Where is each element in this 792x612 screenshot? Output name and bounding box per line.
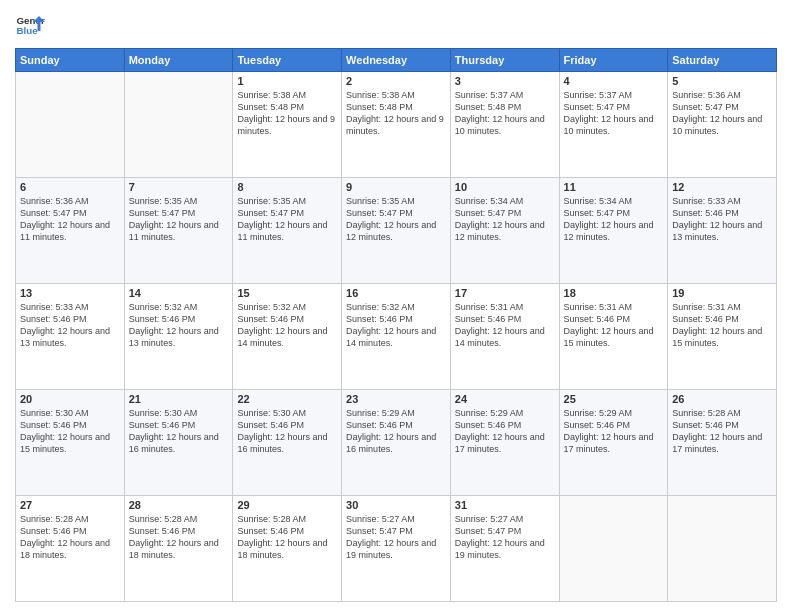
- day-number: 16: [346, 287, 446, 299]
- day-info: Sunrise: 5:28 AM Sunset: 5:46 PM Dayligh…: [129, 513, 229, 562]
- day-number: 4: [564, 75, 664, 87]
- day-info: Sunrise: 5:30 AM Sunset: 5:46 PM Dayligh…: [129, 407, 229, 456]
- day-number: 2: [346, 75, 446, 87]
- calendar-cell: 22Sunrise: 5:30 AM Sunset: 5:46 PM Dayli…: [233, 390, 342, 496]
- calendar-cell: 5Sunrise: 5:36 AM Sunset: 5:47 PM Daylig…: [668, 72, 777, 178]
- day-number: 27: [20, 499, 120, 511]
- day-number: 28: [129, 499, 229, 511]
- calendar-week-2: 13Sunrise: 5:33 AM Sunset: 5:46 PM Dayli…: [16, 284, 777, 390]
- calendar-body: 1Sunrise: 5:38 AM Sunset: 5:48 PM Daylig…: [16, 72, 777, 602]
- day-number: 1: [237, 75, 337, 87]
- day-info: Sunrise: 5:30 AM Sunset: 5:46 PM Dayligh…: [20, 407, 120, 456]
- calendar-cell: 12Sunrise: 5:33 AM Sunset: 5:46 PM Dayli…: [668, 178, 777, 284]
- calendar-week-1: 6Sunrise: 5:36 AM Sunset: 5:47 PM Daylig…: [16, 178, 777, 284]
- day-number: 10: [455, 181, 555, 193]
- day-info: Sunrise: 5:32 AM Sunset: 5:46 PM Dayligh…: [346, 301, 446, 350]
- day-info: Sunrise: 5:35 AM Sunset: 5:47 PM Dayligh…: [129, 195, 229, 244]
- day-info: Sunrise: 5:33 AM Sunset: 5:46 PM Dayligh…: [672, 195, 772, 244]
- day-info: Sunrise: 5:38 AM Sunset: 5:48 PM Dayligh…: [346, 89, 446, 138]
- calendar-week-0: 1Sunrise: 5:38 AM Sunset: 5:48 PM Daylig…: [16, 72, 777, 178]
- calendar-cell: [124, 72, 233, 178]
- day-info: Sunrise: 5:38 AM Sunset: 5:48 PM Dayligh…: [237, 89, 337, 138]
- day-number: 5: [672, 75, 772, 87]
- header: General Blue: [15, 10, 777, 40]
- calendar-cell: 4Sunrise: 5:37 AM Sunset: 5:47 PM Daylig…: [559, 72, 668, 178]
- day-info: Sunrise: 5:28 AM Sunset: 5:46 PM Dayligh…: [672, 407, 772, 456]
- day-number: 31: [455, 499, 555, 511]
- calendar-header-row: SundayMondayTuesdayWednesdayThursdayFrid…: [16, 49, 777, 72]
- calendar-cell: 31Sunrise: 5:27 AM Sunset: 5:47 PM Dayli…: [450, 496, 559, 602]
- day-info: Sunrise: 5:28 AM Sunset: 5:46 PM Dayligh…: [237, 513, 337, 562]
- day-number: 6: [20, 181, 120, 193]
- day-info: Sunrise: 5:36 AM Sunset: 5:47 PM Dayligh…: [20, 195, 120, 244]
- calendar-cell: 13Sunrise: 5:33 AM Sunset: 5:46 PM Dayli…: [16, 284, 125, 390]
- svg-text:Blue: Blue: [17, 25, 39, 36]
- day-info: Sunrise: 5:34 AM Sunset: 5:47 PM Dayligh…: [564, 195, 664, 244]
- calendar-cell: 14Sunrise: 5:32 AM Sunset: 5:46 PM Dayli…: [124, 284, 233, 390]
- calendar-cell: 15Sunrise: 5:32 AM Sunset: 5:46 PM Dayli…: [233, 284, 342, 390]
- calendar-cell: 18Sunrise: 5:31 AM Sunset: 5:46 PM Dayli…: [559, 284, 668, 390]
- calendar-cell: 11Sunrise: 5:34 AM Sunset: 5:47 PM Dayli…: [559, 178, 668, 284]
- day-number: 8: [237, 181, 337, 193]
- day-number: 3: [455, 75, 555, 87]
- day-info: Sunrise: 5:29 AM Sunset: 5:46 PM Dayligh…: [346, 407, 446, 456]
- calendar-cell: [559, 496, 668, 602]
- day-header-wednesday: Wednesday: [342, 49, 451, 72]
- calendar-cell: 10Sunrise: 5:34 AM Sunset: 5:47 PM Dayli…: [450, 178, 559, 284]
- day-number: 30: [346, 499, 446, 511]
- calendar-cell: [16, 72, 125, 178]
- day-info: Sunrise: 5:29 AM Sunset: 5:46 PM Dayligh…: [455, 407, 555, 456]
- calendar-cell: 26Sunrise: 5:28 AM Sunset: 5:46 PM Dayli…: [668, 390, 777, 496]
- calendar-cell: 16Sunrise: 5:32 AM Sunset: 5:46 PM Dayli…: [342, 284, 451, 390]
- calendar-cell: 7Sunrise: 5:35 AM Sunset: 5:47 PM Daylig…: [124, 178, 233, 284]
- day-number: 9: [346, 181, 446, 193]
- day-number: 7: [129, 181, 229, 193]
- day-info: Sunrise: 5:35 AM Sunset: 5:47 PM Dayligh…: [346, 195, 446, 244]
- day-number: 14: [129, 287, 229, 299]
- calendar-cell: 8Sunrise: 5:35 AM Sunset: 5:47 PM Daylig…: [233, 178, 342, 284]
- calendar: SundayMondayTuesdayWednesdayThursdayFrid…: [15, 48, 777, 602]
- day-number: 29: [237, 499, 337, 511]
- day-number: 24: [455, 393, 555, 405]
- day-info: Sunrise: 5:37 AM Sunset: 5:47 PM Dayligh…: [564, 89, 664, 138]
- day-header-sunday: Sunday: [16, 49, 125, 72]
- day-header-tuesday: Tuesday: [233, 49, 342, 72]
- calendar-cell: 21Sunrise: 5:30 AM Sunset: 5:46 PM Dayli…: [124, 390, 233, 496]
- calendar-cell: 3Sunrise: 5:37 AM Sunset: 5:48 PM Daylig…: [450, 72, 559, 178]
- day-info: Sunrise: 5:37 AM Sunset: 5:48 PM Dayligh…: [455, 89, 555, 138]
- calendar-cell: 27Sunrise: 5:28 AM Sunset: 5:46 PM Dayli…: [16, 496, 125, 602]
- day-info: Sunrise: 5:27 AM Sunset: 5:47 PM Dayligh…: [346, 513, 446, 562]
- day-info: Sunrise: 5:31 AM Sunset: 5:46 PM Dayligh…: [564, 301, 664, 350]
- day-number: 18: [564, 287, 664, 299]
- day-info: Sunrise: 5:36 AM Sunset: 5:47 PM Dayligh…: [672, 89, 772, 138]
- calendar-cell: 9Sunrise: 5:35 AM Sunset: 5:47 PM Daylig…: [342, 178, 451, 284]
- day-number: 20: [20, 393, 120, 405]
- day-number: 17: [455, 287, 555, 299]
- day-info: Sunrise: 5:33 AM Sunset: 5:46 PM Dayligh…: [20, 301, 120, 350]
- calendar-cell: 6Sunrise: 5:36 AM Sunset: 5:47 PM Daylig…: [16, 178, 125, 284]
- day-number: 23: [346, 393, 446, 405]
- day-info: Sunrise: 5:31 AM Sunset: 5:46 PM Dayligh…: [455, 301, 555, 350]
- day-header-monday: Monday: [124, 49, 233, 72]
- logo: General Blue: [15, 10, 45, 40]
- calendar-cell: 17Sunrise: 5:31 AM Sunset: 5:46 PM Dayli…: [450, 284, 559, 390]
- page: General Blue SundayMondayTuesdayWednesda…: [0, 0, 792, 612]
- day-info: Sunrise: 5:32 AM Sunset: 5:46 PM Dayligh…: [237, 301, 337, 350]
- day-number: 11: [564, 181, 664, 193]
- calendar-cell: 2Sunrise: 5:38 AM Sunset: 5:48 PM Daylig…: [342, 72, 451, 178]
- day-header-thursday: Thursday: [450, 49, 559, 72]
- day-info: Sunrise: 5:34 AM Sunset: 5:47 PM Dayligh…: [455, 195, 555, 244]
- day-header-saturday: Saturday: [668, 49, 777, 72]
- day-number: 13: [20, 287, 120, 299]
- day-info: Sunrise: 5:29 AM Sunset: 5:46 PM Dayligh…: [564, 407, 664, 456]
- day-number: 22: [237, 393, 337, 405]
- calendar-cell: 23Sunrise: 5:29 AM Sunset: 5:46 PM Dayli…: [342, 390, 451, 496]
- calendar-cell: 19Sunrise: 5:31 AM Sunset: 5:46 PM Dayli…: [668, 284, 777, 390]
- calendar-cell: 20Sunrise: 5:30 AM Sunset: 5:46 PM Dayli…: [16, 390, 125, 496]
- calendar-cell: 24Sunrise: 5:29 AM Sunset: 5:46 PM Dayli…: [450, 390, 559, 496]
- calendar-week-3: 20Sunrise: 5:30 AM Sunset: 5:46 PM Dayli…: [16, 390, 777, 496]
- day-info: Sunrise: 5:35 AM Sunset: 5:47 PM Dayligh…: [237, 195, 337, 244]
- day-number: 12: [672, 181, 772, 193]
- day-number: 26: [672, 393, 772, 405]
- day-info: Sunrise: 5:28 AM Sunset: 5:46 PM Dayligh…: [20, 513, 120, 562]
